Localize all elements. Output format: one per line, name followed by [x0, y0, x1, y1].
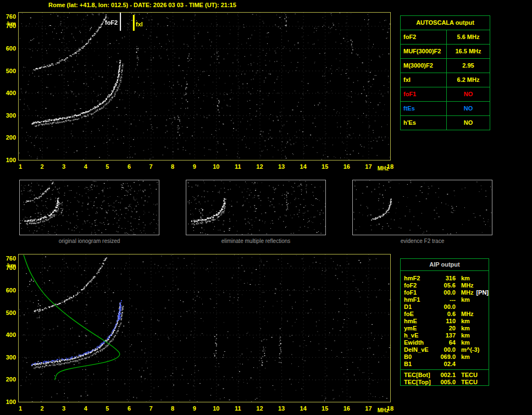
x-tick-label: 3: [57, 405, 71, 412]
bottom-ionogram-y-axis: 760700600500400300200100km: [1, 254, 17, 403]
param-name: B1: [404, 361, 436, 368]
y-tick-label: 300: [6, 354, 16, 361]
x-tick-label: 16: [340, 405, 354, 412]
x-tick-label: 10: [209, 405, 223, 412]
x-tick-label: 5: [100, 405, 114, 412]
param-value: 110: [436, 318, 456, 325]
x-tick-label: 1: [13, 163, 27, 170]
aip-row-hve: h_vE 137 km: [404, 332, 489, 339]
x-tick-label: 4: [79, 405, 93, 412]
param-value: 00.0: [436, 303, 456, 311]
autoscala-output-panel: AUTOSCALA output foF2 5.6 MHz MUF(3000)F…: [400, 15, 490, 130]
top-ionogram-y-axis: 760700600500400300200100km: [1, 13, 17, 161]
param-value: 16.5 MHz: [447, 45, 490, 58]
y-tick-label: 500: [6, 309, 16, 316]
y-tick-label: 200: [6, 376, 16, 383]
param-label: h'Es: [401, 116, 447, 130]
param-name: h_vE: [404, 332, 436, 339]
y-tick-label: 400: [6, 331, 16, 338]
x-tick-label: 8: [165, 405, 180, 412]
param-name: ymE: [404, 325, 436, 332]
param-label: foF1: [401, 87, 447, 101]
param-name: TEC[Bot]: [404, 372, 436, 379]
param-unit: TECU: [461, 372, 478, 379]
x-tick-label: 2: [35, 405, 49, 412]
param-label: foF2: [401, 30, 447, 44]
y-tick-label: 300: [6, 112, 16, 119]
aip-row-ewidth: Ewidth 64 km: [404, 339, 489, 346]
x-axis-unit-label: MHz: [375, 165, 391, 171]
autoscala-row-fof2: foF2 5.6 MHz: [401, 30, 490, 45]
x-axis-unit-label: MHz: [375, 407, 391, 413]
top-ionogram-plot: foF2 fxI: [18, 12, 391, 161]
aip-output-panel: AIP output hmF2 316 km foF2 05.6 MHz foF…: [400, 258, 489, 386]
y-tick-label: 600: [6, 287, 16, 294]
thumbnail-no-multiples-canvas: [186, 180, 325, 235]
top-ionogram-x-axis: 123456789101112131415161718MHz: [0, 163, 407, 171]
thumbnail-caption-no-multiples: eliminate multiple reflections: [186, 238, 326, 244]
aip-row-delnve: DelN_vE 00.0 m^(-3): [404, 346, 489, 353]
x-tick-label: 11: [231, 405, 245, 412]
aip-row-yme: ymE 20 km: [404, 325, 489, 332]
x-tick-label: 2: [35, 163, 49, 170]
autoscala-row-fxi: fxI 6.2 MHz: [401, 73, 490, 87]
param-unit: TECU: [461, 379, 478, 386]
thumbnail-f2-trace-canvas: [353, 180, 492, 235]
param-value: 137: [436, 332, 456, 339]
bottom-ionogram-x-axis: 123456789101112131415161718MHz: [0, 405, 407, 413]
param-unit: MHz: [461, 289, 474, 296]
autoscala-panel-title: AUTOSCALA output: [401, 16, 490, 30]
param-unit: km: [461, 325, 470, 332]
param-value: 002.1: [436, 372, 456, 379]
aip-row-fof1: foF1 00.0 MHz [PN]: [404, 289, 489, 296]
param-value: 6.2 MHz: [447, 73, 490, 87]
y-tick-label: 760: [6, 255, 16, 262]
thumbnail-f2-trace: [352, 180, 492, 235]
param-value: 64: [436, 339, 456, 346]
autoscala-row-fof1: foF1 NO: [401, 87, 490, 102]
y-tick-label: 600: [6, 45, 16, 52]
x-tick-label: 17: [361, 405, 375, 412]
param-label: M(3000)F2: [401, 59, 447, 73]
thumbnail-no-multiples: [186, 180, 326, 235]
x-tick-label: 16: [340, 163, 354, 170]
param-name: foE: [404, 311, 436, 318]
param-name: TEC[Top]: [404, 379, 436, 386]
x-tick-label: 12: [252, 163, 267, 170]
param-name: DelN_vE: [404, 346, 436, 353]
x-tick-label: 15: [318, 405, 332, 412]
y-tick-label: 200: [6, 134, 16, 141]
param-value: 316: [436, 275, 456, 282]
param-value: 02.4: [436, 361, 456, 368]
param-unit: km: [461, 353, 470, 361]
param-unit: km: [461, 332, 470, 339]
param-value: 069.0: [436, 353, 456, 361]
param-name: Ewidth: [404, 339, 436, 346]
autoscala-row-hpes: h'Es NO: [401, 116, 490, 130]
param-flag: [PN]: [476, 289, 489, 296]
x-tick-label: 1: [13, 405, 27, 412]
param-name: foF1: [404, 289, 436, 296]
param-unit: km: [461, 318, 470, 325]
y-axis-unit-label: km: [7, 262, 16, 269]
x-tick-label: 5: [100, 163, 114, 170]
param-unit: MHz: [461, 282, 474, 289]
param-value: 005.0: [436, 379, 456, 386]
param-unit: km: [461, 275, 470, 282]
param-value: 00.0: [436, 346, 456, 353]
y-tick-label: 760: [6, 13, 16, 20]
x-tick-label: 7: [144, 163, 158, 170]
aip-separator: [401, 369, 489, 370]
aip-row-fof2: foF2 05.6 MHz: [404, 282, 489, 289]
station-title: Rome (lat: +41.8, lon: 012.5) - DATE: 20…: [48, 2, 236, 8]
param-name: foF2: [404, 282, 436, 289]
aip-row-b0: B0 069.0 km: [404, 353, 489, 361]
param-unit: km: [461, 339, 470, 346]
param-value: 5.6 MHz: [447, 30, 490, 44]
aip-rows: hmF2 316 km foF2 05.6 MHz foF1 00.0 MHz …: [401, 271, 489, 386]
x-tick-label: 11: [231, 163, 245, 170]
param-value: NO: [447, 116, 490, 130]
x-tick-label: 3: [57, 163, 71, 170]
bottom-ionogram-canvas: [19, 254, 390, 402]
bottom-ionogram-plot: [18, 254, 391, 402]
